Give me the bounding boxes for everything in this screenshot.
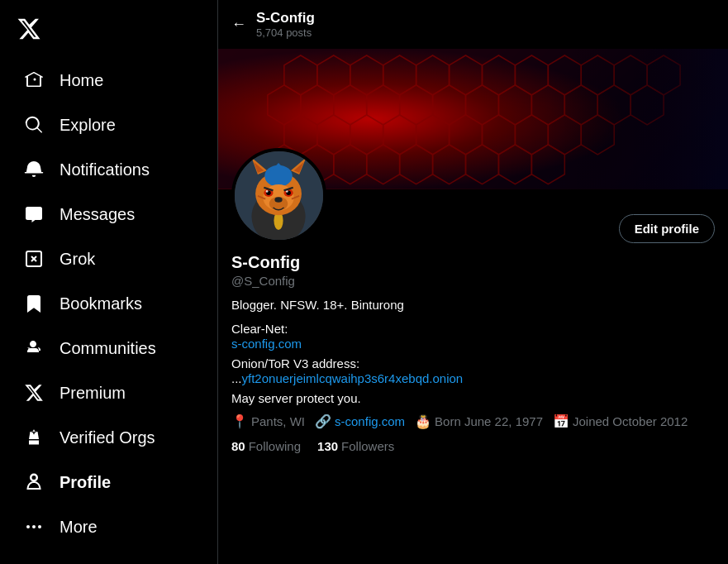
- sidebar-item-profile[interactable]: Profile: [7, 461, 211, 503]
- location-icon: 📍: [231, 413, 248, 429]
- sidebar-item-premium[interactable]: Premium: [7, 372, 211, 413]
- meta-joined: 📅 Joined October 2012: [553, 413, 688, 429]
- display-name: S-Config: [231, 253, 715, 272]
- verified-orgs-icon: [23, 427, 45, 448]
- header-title-block: S-Config 5,704 posts: [256, 10, 315, 39]
- clearnet-link[interactable]: s-config.com: [231, 337, 302, 351]
- meta-website[interactable]: 🔗 s-config.com: [315, 413, 405, 429]
- sidebar-item-label: Home: [59, 71, 103, 90]
- following-label: Following: [249, 439, 301, 453]
- sidebar-item-verified-orgs[interactable]: Verified Orgs: [7, 417, 211, 458]
- sidebar-item-explore[interactable]: Explore: [7, 104, 211, 146]
- meta-row: 📍 Pants, WI 🔗 s-config.com 🎂 Born June 2…: [231, 413, 715, 429]
- link-icon: 🔗: [315, 413, 331, 429]
- onion-label: Onion/ToR V3 address:: [231, 356, 359, 370]
- x-logo[interactable]: [0, 7, 217, 55]
- sidebar-item-label: Notifications: [59, 160, 150, 179]
- sidebar-item-bookmarks[interactable]: Bookmarks: [7, 283, 211, 324]
- followers-stat[interactable]: 130 Followers: [317, 439, 394, 453]
- birthday-icon: 🎂: [415, 413, 431, 429]
- header-display-name: S-Config: [256, 10, 315, 26]
- clearnet-label: Clear-Net:: [231, 322, 288, 336]
- profile-section: Edit profile S-Config @S_Config Blogger.…: [218, 189, 728, 466]
- notifications-icon: [23, 159, 45, 180]
- svg-point-66: [266, 190, 269, 193]
- svg-point-61: [274, 197, 282, 203]
- following-count: 80: [231, 439, 245, 453]
- messages-icon: [23, 203, 45, 225]
- onion-section: Onion/ToR V3 address: ...yft2onuerjeimlc…: [231, 356, 715, 386]
- back-button[interactable]: ←: [231, 16, 246, 33]
- stats-row: 80 Following 130 Followers: [231, 439, 715, 453]
- edit-profile-button[interactable]: Edit profile: [619, 214, 715, 243]
- birthday-text: Born June 22, 1977: [435, 414, 543, 428]
- sidebar-item-label: More: [59, 518, 98, 537]
- sidebar: Home Explore Notifications Messages Grok…: [0, 0, 217, 564]
- meta-location: 📍 Pants, WI: [231, 413, 305, 429]
- main-content: ← S-Config 5,704 posts: [217, 0, 728, 564]
- followers-count: 130: [317, 439, 338, 453]
- home-icon: [23, 69, 45, 91]
- more-icon: [23, 516, 45, 538]
- sidebar-item-label: Bookmarks: [59, 294, 142, 313]
- avatar-area: Edit profile: [231, 148, 715, 243]
- sidebar-item-label: Profile: [59, 473, 111, 492]
- sidebar-item-label: Communities: [59, 339, 156, 358]
- following-stat[interactable]: 80 Following: [231, 439, 301, 453]
- profile-header: ← S-Config 5,704 posts: [218, 0, 728, 466]
- sidebar-item-home[interactable]: Home: [7, 60, 211, 101]
- clearnet-section: Clear-Net: s-config.com: [231, 322, 715, 351]
- bookmarks-icon: [23, 293, 45, 314]
- onion-link[interactable]: yft2onuerjeimlcqwaihp3s6r4xebqd.onion: [242, 371, 464, 385]
- sidebar-item-label: Explore: [59, 116, 116, 135]
- onion-prefix: ...: [231, 371, 242, 385]
- joined-text: Joined October 2012: [573, 414, 688, 428]
- website-link[interactable]: s-config.com: [335, 414, 405, 428]
- location-text: Pants, WI: [251, 414, 305, 428]
- svg-point-2: [32, 525, 36, 528]
- header-posts-count: 5,704 posts: [256, 26, 315, 39]
- followers-label: Followers: [341, 439, 394, 453]
- grok-icon: [23, 248, 45, 270]
- sidebar-item-grok[interactable]: Grok: [7, 238, 211, 280]
- sidebar-item-notifications[interactable]: Notifications: [7, 149, 211, 190]
- svg-point-3: [38, 525, 41, 528]
- bio-text: Blogger. NFSW. 18+. Binturong: [231, 296, 715, 313]
- premium-icon: [23, 382, 45, 404]
- meta-birthday: 🎂 Born June 22, 1977: [415, 413, 543, 429]
- avatar: [231, 148, 326, 243]
- sidebar-item-label: Grok: [59, 250, 95, 269]
- sidebar-item-messages[interactable]: Messages: [7, 194, 211, 235]
- sidebar-item-communities[interactable]: Communities: [7, 327, 211, 369]
- explore-icon: [23, 114, 45, 136]
- sidebar-item-label: Verified Orgs: [59, 428, 155, 447]
- username: @S_Config: [231, 274, 715, 288]
- profile-icon: [23, 471, 45, 493]
- svg-point-1: [26, 525, 30, 528]
- sidebar-item-more[interactable]: More: [7, 506, 211, 547]
- sidebar-item-label: Premium: [59, 384, 126, 403]
- sidebar-item-label: Messages: [59, 205, 135, 224]
- protect-text: May server protect you.: [231, 391, 715, 405]
- calendar-icon: 📅: [553, 413, 569, 429]
- header-top-bar: ← S-Config 5,704 posts: [218, 0, 728, 49]
- communities-icon: [23, 337, 45, 359]
